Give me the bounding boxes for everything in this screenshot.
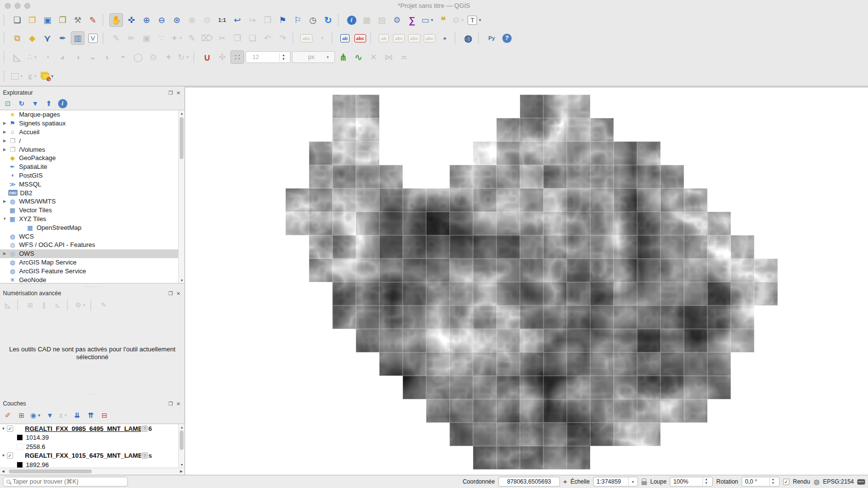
plugin-globe[interactable]: ◍ — [461, 31, 475, 45]
cad-construction[interactable]: ◺ — [2, 300, 14, 310]
browser-item-spatial-bookmarks[interactable]: ▶⚑Signets spatiaux — [0, 119, 185, 128]
render-checkbox[interactable]: ✓ — [783, 479, 789, 485]
explorer-scrollbar[interactable]: ▲ ▼ — [178, 110, 185, 283]
cut-features[interactable]: ✂ — [215, 31, 229, 45]
layer-diagram-options[interactable]: abc — [353, 31, 367, 45]
show-spatial-bookmarks[interactable]: ⚐ — [291, 13, 305, 27]
browser-item-home[interactable]: ▶⌂Accueil — [0, 128, 185, 137]
python-console[interactable]: Py — [485, 31, 498, 45]
circle-by-tangents[interactable]: ◑ — [71, 50, 84, 64]
expander-icon[interactable]: ▼ — [1, 217, 8, 221]
copy-features[interactable]: ❐ — [230, 31, 244, 45]
open-layer-styling[interactable]: ✐ — [2, 410, 14, 421]
map-tips[interactable]: ❝ — [436, 13, 450, 27]
zoom-last[interactable]: ↩ — [230, 13, 244, 27]
locator-search-box[interactable] — [3, 477, 128, 487]
snapping-mode[interactable]: ∷ — [230, 50, 244, 64]
explorer-float-button[interactable]: ❐ — [167, 90, 174, 96]
new-geopackage-layer[interactable]: ◆ — [25, 31, 39, 45]
modify-attributes[interactable]: ✎ — [185, 31, 199, 45]
current-edits[interactable]: ✎ — [109, 31, 123, 45]
layers-vscrollbar[interactable]: ▲ ▼ — [178, 424, 185, 468]
digitize-points[interactable]: ∵ — [155, 31, 168, 45]
scroll-down-arrow[interactable]: ▼ — [179, 277, 185, 283]
undo[interactable]: ↶ — [261, 31, 274, 45]
stepper-arrows-icon[interactable]: ▲▼ — [703, 477, 709, 486]
stepper-arrows-icon[interactable]: ▲▼ — [769, 477, 776, 486]
zoom-to-selection[interactable]: ⊕ — [185, 13, 199, 27]
change-label[interactable]: abc — [423, 31, 436, 45]
identify-features[interactable]: i — [345, 13, 358, 27]
cad-box[interactable]: ⊞ — [24, 300, 36, 310]
new-virtual-layer[interactable]: V — [86, 31, 100, 45]
layers-hscrollbar[interactable]: ◀ ▶ — [0, 468, 185, 474]
collapse-all-layers[interactable]: ⇈ — [85, 410, 97, 421]
circle-center-point[interactable]: ◒ — [86, 50, 100, 64]
manage-map-themes[interactable]: ◉▼ — [29, 410, 42, 421]
expander-icon[interactable]: ▼ — [0, 453, 7, 458]
show-hidden-labels[interactable]: abc — [392, 31, 406, 45]
scroll-up-arrow[interactable]: ▲ — [179, 424, 185, 430]
regular-polygon[interactable]: ✦ — [162, 50, 175, 64]
show-statistics[interactable]: ∑ — [405, 13, 419, 27]
scroll-up-arrow[interactable]: ▲ — [179, 110, 185, 116]
scroll-right-arrow[interactable]: ▶ — [178, 468, 185, 474]
deselect-all[interactable]: ▼ — [41, 69, 55, 83]
new-print-layout[interactable]: ❐ — [56, 13, 69, 27]
scale-combobox[interactable]: 1:374859 ▼ — [593, 477, 638, 487]
map-canvas-dem-raster[interactable] — [286, 95, 778, 469]
add-selected-layers[interactable]: ⊡ — [2, 98, 14, 109]
circle-2-points[interactable]: ◔ — [41, 50, 54, 64]
digitize-shape[interactable]: ✦▼ — [170, 31, 184, 45]
zoom-native-resolution[interactable]: 1:1 — [215, 13, 229, 27]
browser-item-volumes[interactable]: ▶❒/Volumes — [0, 145, 185, 154]
zoom-next[interactable]: ↪ — [246, 13, 259, 27]
browser-item-db2[interactable]: DB2DB2 — [0, 188, 185, 197]
layer-indicator-badge[interactable]: ? — [142, 426, 148, 432]
expander-icon[interactable]: ▶ — [1, 147, 8, 152]
measure-line[interactable]: ▭▼ — [420, 13, 435, 27]
delete-selected[interactable]: ⌦ — [200, 31, 214, 45]
new-project[interactable]: ❏ — [10, 13, 24, 27]
locator-search[interactable]: ⊙▼ — [452, 13, 465, 27]
layers-float-button[interactable]: ❐ — [167, 401, 174, 407]
ellipse-foci[interactable]: ⊙ — [146, 50, 160, 64]
digitizing-close-button[interactable]: ✕ — [175, 290, 182, 297]
panel-splitter[interactable]: ······ — [0, 285, 185, 289]
toolbar-overflow[interactable]: » — [438, 31, 452, 45]
browser-properties[interactable]: i — [57, 98, 68, 109]
rotate-feature[interactable]: ↻▼ — [177, 50, 190, 64]
browser-item-wcs[interactable]: ◍WCS — [0, 232, 185, 241]
expander-icon[interactable]: ▶ — [1, 121, 8, 125]
layer-visibility-checkbox[interactable]: ✓ — [7, 452, 13, 459]
collapse-all[interactable]: ⇑ — [43, 98, 55, 109]
mouse-extents-icon[interactable]: ⌖ — [563, 478, 567, 486]
scroll-thumb[interactable] — [180, 117, 184, 159]
pan-map[interactable]: ✋ — [109, 13, 123, 27]
toggle-editing[interactable]: ✏ — [124, 31, 138, 45]
zoom-to-layer[interactable]: ⊙ — [200, 13, 214, 27]
label-options[interactable]: abc — [299, 31, 313, 45]
statistical-summary[interactable]: ▤ — [375, 13, 389, 27]
data-source-manager[interactable]: ⧉ — [10, 31, 24, 45]
coordinate-input[interactable]: 878063,6505693 — [498, 477, 560, 487]
refresh-map[interactable]: ↻ — [321, 13, 335, 27]
zoom-out[interactable]: ⊖ — [155, 13, 168, 27]
new-map-view[interactable]: ❐ — [261, 13, 274, 27]
browser-item-ows[interactable]: ▶◍OWS — [0, 249, 185, 258]
digitize-with-curve[interactable]: ◺ — [10, 50, 24, 64]
zoom-full-extent[interactable]: ⊛ — [170, 13, 184, 27]
expander-icon[interactable]: ▶ — [1, 251, 8, 256]
snapping-tolerance[interactable]: 12▲▼ — [246, 51, 290, 63]
processing-toolbox[interactable]: ⚙ — [390, 13, 404, 27]
expander-icon[interactable]: ▼ — [0, 427, 7, 431]
browser-item-root[interactable]: ▶❒/ — [0, 136, 185, 145]
circle-3-points[interactable]: ◕ — [56, 50, 69, 64]
vertex-tool[interactable]: ✣ — [215, 50, 229, 64]
new-spatial-bookmark[interactable]: ⚑ — [276, 13, 289, 27]
filter-by-expression[interactable]: ε▼ — [58, 410, 69, 421]
explorer-close-button[interactable]: ✕ — [175, 90, 182, 96]
scroll-thumb[interactable] — [9, 469, 92, 473]
browser-item-vector-tiles[interactable]: ▦Vector Tiles — [0, 206, 185, 215]
browser-item-bookmarks[interactable]: ★Marque-pages — [0, 110, 185, 119]
